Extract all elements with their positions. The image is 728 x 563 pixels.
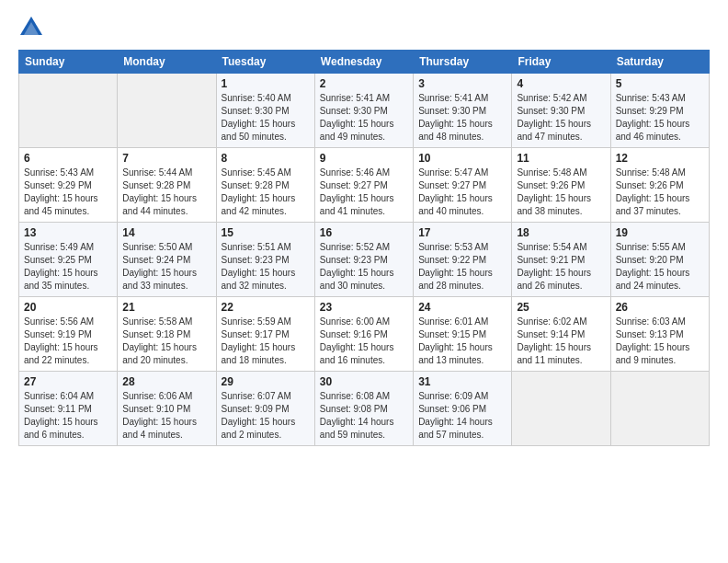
day-info: Sunrise: 5:46 AM Sunset: 9:27 PM Dayligh… [320, 167, 408, 218]
day-number: 1 [222, 77, 310, 90]
calendar-cell [19, 74, 118, 148]
weekday-header-tuesday: Tuesday [216, 51, 314, 74]
calendar-cell: 29Sunrise: 6:07 AM Sunset: 9:09 PM Dayli… [216, 372, 314, 446]
calendar-week-row: 13Sunrise: 5:49 AM Sunset: 9:25 PM Dayli… [19, 223, 710, 297]
calendar-cell: 2Sunrise: 5:41 AM Sunset: 9:30 PM Daylig… [314, 74, 413, 148]
calendar-cell: 16Sunrise: 5:52 AM Sunset: 9:23 PM Dayli… [314, 223, 413, 297]
day-number: 23 [320, 301, 408, 314]
calendar-cell: 27Sunrise: 6:04 AM Sunset: 9:11 PM Dayli… [19, 372, 118, 446]
day-info: Sunrise: 5:47 AM Sunset: 9:27 PM Dayligh… [418, 167, 506, 218]
day-info: Sunrise: 5:52 AM Sunset: 9:23 PM Dayligh… [320, 241, 408, 293]
day-info: Sunrise: 5:48 AM Sunset: 9:26 PM Dayligh… [616, 167, 704, 218]
day-info: Sunrise: 5:44 AM Sunset: 9:28 PM Dayligh… [122, 167, 210, 218]
day-number: 13 [24, 226, 112, 239]
calendar-cell: 17Sunrise: 5:53 AM Sunset: 9:22 PM Dayli… [414, 223, 512, 297]
day-number: 11 [517, 152, 605, 165]
day-number: 12 [616, 152, 704, 165]
calendar-cell: 25Sunrise: 6:02 AM Sunset: 9:14 PM Dayli… [512, 297, 610, 372]
calendar-cell: 13Sunrise: 5:49 AM Sunset: 9:25 PM Dayli… [19, 223, 118, 297]
weekday-header-friday: Friday [512, 51, 610, 74]
logo [18, 15, 46, 40]
day-number: 29 [222, 375, 310, 388]
calendar-cell: 28Sunrise: 6:06 AM Sunset: 9:10 PM Dayli… [118, 372, 216, 446]
calendar-cell: 30Sunrise: 6:08 AM Sunset: 9:08 PM Dayli… [314, 372, 413, 446]
calendar-cell: 7Sunrise: 5:44 AM Sunset: 9:28 PM Daylig… [118, 148, 216, 223]
day-info: Sunrise: 5:41 AM Sunset: 9:30 PM Dayligh… [418, 92, 506, 144]
day-info: Sunrise: 5:53 AM Sunset: 9:22 PM Dayligh… [418, 241, 506, 293]
day-info: Sunrise: 5:56 AM Sunset: 9:19 PM Dayligh… [24, 316, 112, 367]
calendar-cell: 31Sunrise: 6:09 AM Sunset: 9:06 PM Dayli… [414, 372, 512, 446]
calendar-cell [512, 372, 610, 446]
calendar-cell: 1Sunrise: 5:40 AM Sunset: 9:30 PM Daylig… [216, 74, 314, 148]
weekday-header-monday: Monday [118, 51, 216, 74]
day-number: 6 [24, 152, 112, 165]
day-number: 10 [418, 152, 506, 165]
page: SundayMondayTuesdayWednesdayThursdayFrid… [0, 0, 728, 455]
day-number: 9 [320, 152, 408, 165]
weekday-header-sunday: Sunday [19, 51, 118, 74]
weekday-header-thursday: Thursday [414, 51, 512, 74]
day-number: 27 [24, 375, 112, 388]
day-number: 31 [418, 375, 506, 388]
day-number: 16 [320, 226, 408, 239]
calendar-table: SundayMondayTuesdayWednesdayThursdayFrid… [18, 50, 710, 446]
day-info: Sunrise: 5:40 AM Sunset: 9:30 PM Dayligh… [222, 92, 310, 144]
day-info: Sunrise: 6:08 AM Sunset: 9:08 PM Dayligh… [320, 390, 408, 442]
calendar-cell [610, 372, 709, 446]
day-number: 8 [222, 152, 310, 165]
day-number: 25 [517, 301, 605, 314]
day-info: Sunrise: 5:43 AM Sunset: 9:29 PM Dayligh… [24, 167, 112, 218]
day-number: 3 [418, 77, 506, 90]
calendar-cell: 14Sunrise: 5:50 AM Sunset: 9:24 PM Dayli… [118, 223, 216, 297]
day-info: Sunrise: 6:07 AM Sunset: 9:09 PM Dayligh… [222, 390, 310, 442]
calendar-cell: 6Sunrise: 5:43 AM Sunset: 9:29 PM Daylig… [19, 148, 118, 223]
day-number: 20 [24, 301, 112, 314]
calendar-cell: 15Sunrise: 5:51 AM Sunset: 9:23 PM Dayli… [216, 223, 314, 297]
calendar-week-row: 6Sunrise: 5:43 AM Sunset: 9:29 PM Daylig… [19, 148, 710, 223]
day-number: 4 [517, 77, 605, 90]
day-number: 5 [616, 77, 704, 90]
calendar-cell: 21Sunrise: 5:58 AM Sunset: 9:18 PM Dayli… [118, 297, 216, 372]
day-number: 17 [418, 226, 506, 239]
day-info: Sunrise: 6:06 AM Sunset: 9:10 PM Dayligh… [122, 390, 210, 442]
weekday-header-wednesday: Wednesday [314, 51, 413, 74]
calendar-cell: 3Sunrise: 5:41 AM Sunset: 9:30 PM Daylig… [414, 74, 512, 148]
day-info: Sunrise: 6:01 AM Sunset: 9:15 PM Dayligh… [418, 316, 506, 367]
day-info: Sunrise: 5:50 AM Sunset: 9:24 PM Dayligh… [122, 241, 210, 293]
day-info: Sunrise: 5:54 AM Sunset: 9:21 PM Dayligh… [517, 241, 605, 293]
day-number: 2 [320, 77, 408, 90]
day-info: Sunrise: 6:09 AM Sunset: 9:06 PM Dayligh… [418, 390, 506, 442]
day-info: Sunrise: 5:59 AM Sunset: 9:17 PM Dayligh… [222, 316, 310, 367]
day-number: 18 [517, 226, 605, 239]
calendar-cell: 19Sunrise: 5:55 AM Sunset: 9:20 PM Dayli… [610, 223, 709, 297]
day-number: 26 [616, 301, 704, 314]
calendar-week-row: 20Sunrise: 5:56 AM Sunset: 9:19 PM Dayli… [19, 297, 710, 372]
calendar-cell: 18Sunrise: 5:54 AM Sunset: 9:21 PM Dayli… [512, 223, 610, 297]
day-info: Sunrise: 6:03 AM Sunset: 9:13 PM Dayligh… [616, 316, 704, 367]
header [18, 15, 710, 40]
day-info: Sunrise: 5:55 AM Sunset: 9:20 PM Dayligh… [616, 241, 704, 293]
day-info: Sunrise: 5:51 AM Sunset: 9:23 PM Dayligh… [222, 241, 310, 293]
calendar-cell: 22Sunrise: 5:59 AM Sunset: 9:17 PM Dayli… [216, 297, 314, 372]
day-info: Sunrise: 5:49 AM Sunset: 9:25 PM Dayligh… [24, 241, 112, 293]
calendar-cell: 8Sunrise: 5:45 AM Sunset: 9:28 PM Daylig… [216, 148, 314, 223]
calendar-cell: 9Sunrise: 5:46 AM Sunset: 9:27 PM Daylig… [314, 148, 413, 223]
day-info: Sunrise: 6:02 AM Sunset: 9:14 PM Dayligh… [517, 316, 605, 367]
calendar-cell: 20Sunrise: 5:56 AM Sunset: 9:19 PM Dayli… [19, 297, 118, 372]
day-info: Sunrise: 6:00 AM Sunset: 9:16 PM Dayligh… [320, 316, 408, 367]
day-info: Sunrise: 5:45 AM Sunset: 9:28 PM Dayligh… [222, 167, 310, 218]
day-number: 19 [616, 226, 704, 239]
calendar-cell: 4Sunrise: 5:42 AM Sunset: 9:30 PM Daylig… [512, 74, 610, 148]
calendar-cell: 23Sunrise: 6:00 AM Sunset: 9:16 PM Dayli… [314, 297, 413, 372]
calendar-cell: 11Sunrise: 5:48 AM Sunset: 9:26 PM Dayli… [512, 148, 610, 223]
calendar-cell: 26Sunrise: 6:03 AM Sunset: 9:13 PM Dayli… [610, 297, 709, 372]
day-info: Sunrise: 5:48 AM Sunset: 9:26 PM Dayligh… [517, 167, 605, 218]
day-number: 22 [222, 301, 310, 314]
calendar-cell: 5Sunrise: 5:43 AM Sunset: 9:29 PM Daylig… [610, 74, 709, 148]
day-info: Sunrise: 6:04 AM Sunset: 9:11 PM Dayligh… [24, 390, 112, 442]
calendar-week-row: 1Sunrise: 5:40 AM Sunset: 9:30 PM Daylig… [19, 74, 710, 148]
weekday-header-row: SundayMondayTuesdayWednesdayThursdayFrid… [19, 51, 710, 74]
day-info: Sunrise: 5:58 AM Sunset: 9:18 PM Dayligh… [122, 316, 210, 367]
day-number: 21 [122, 301, 210, 314]
calendar-cell: 24Sunrise: 6:01 AM Sunset: 9:15 PM Dayli… [414, 297, 512, 372]
